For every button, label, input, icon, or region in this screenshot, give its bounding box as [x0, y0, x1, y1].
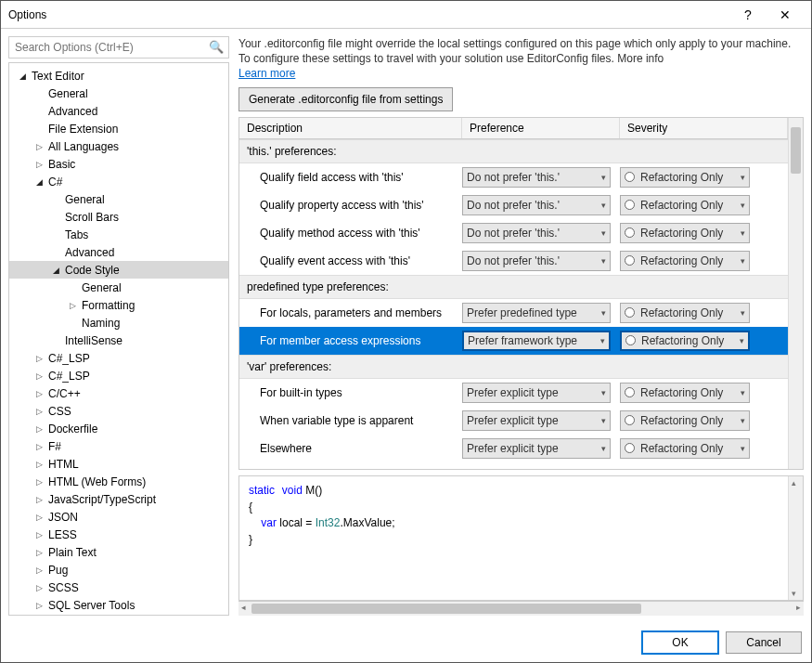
expand-closed-icon[interactable]: ▷	[33, 160, 45, 169]
tree-node[interactable]: General	[9, 190, 228, 208]
grid-vertical-scrollbar[interactable]	[788, 118, 803, 469]
severity-dropdown[interactable]: Refactoring Only▾	[620, 383, 750, 403]
setting-row[interactable]: For locals, parameters and membersPrefer…	[239, 299, 788, 327]
tree-node[interactable]: ▷SCSS	[9, 578, 228, 596]
severity-dropdown[interactable]: Refactoring Only▾	[620, 410, 750, 431]
tree-node[interactable]: ◢C#	[9, 173, 228, 190]
setting-row[interactable]: ElsewherePrefer explicit type▾Refactorin…	[239, 435, 788, 462]
tree-node[interactable]: ▷SQL Server Tools	[9, 596, 228, 614]
tree-node[interactable]: ▷C/C++	[9, 384, 228, 402]
tree-node[interactable]: ▷JavaScript/TypeScript	[9, 490, 228, 508]
severity-dropdown[interactable]: Refactoring Only▾	[620, 195, 750, 215]
tree-node[interactable]: File Extension	[9, 120, 228, 137]
setting-row[interactable]: Qualify field access with 'this'Do not p…	[239, 163, 788, 191]
tree-node[interactable]: Advanced	[9, 243, 228, 261]
tree-node[interactable]: ▷Plain Text	[9, 543, 228, 561]
scroll-right-arrow-icon[interactable]: ▸	[796, 603, 801, 612]
cancel-button[interactable]: Cancel	[726, 631, 802, 654]
severity-dropdown[interactable]: Refactoring Only▾	[620, 251, 750, 271]
col-description[interactable]: Description	[239, 118, 462, 138]
preference-dropdown[interactable]: Prefer explicit type▾	[462, 438, 611, 459]
tree-node[interactable]: ▷Pug	[9, 561, 228, 578]
tree-node[interactable]: ◢Code Style	[9, 261, 228, 279]
tree-node[interactable]: General	[9, 84, 228, 102]
expand-closed-icon[interactable]: ▷	[33, 142, 45, 151]
tree-node[interactable]: IntelliSense	[9, 332, 228, 349]
generate-editorconfig-button[interactable]: Generate .editorconfig file from setting…	[238, 87, 453, 111]
tree-node[interactable]: ▷HTML	[9, 455, 228, 473]
setting-row[interactable]: For member access expressionsPrefer fram…	[239, 327, 788, 355]
preference-dropdown[interactable]: Prefer explicit type▾	[462, 410, 611, 431]
preference-dropdown[interactable]: Prefer explicit type▾	[462, 383, 611, 403]
expand-closed-icon[interactable]: ▷	[33, 566, 45, 575]
code-horizontal-scrollbar[interactable]: ◂ ▸	[238, 601, 804, 616]
tree-node[interactable]: ▷T-SQL90	[9, 614, 228, 616]
expand-closed-icon[interactable]: ▷	[33, 371, 45, 381]
expand-closed-icon[interactable]: ▷	[33, 601, 45, 610]
expand-closed-icon[interactable]: ▷	[33, 389, 45, 398]
tree-node[interactable]: ▷C#_LSP	[9, 349, 228, 367]
tree-node[interactable]: Naming	[9, 314, 228, 332]
expand-closed-icon[interactable]: ▷	[33, 583, 45, 592]
expand-closed-icon[interactable]: ▷	[33, 477, 45, 487]
expand-closed-icon[interactable]: ▷	[33, 460, 45, 469]
ok-button[interactable]: OK	[642, 631, 718, 654]
scroll-down-arrow-icon[interactable]: ▾	[792, 589, 796, 598]
expand-closed-icon[interactable]: ▷	[33, 530, 45, 540]
setting-row[interactable]: For built-in typesPrefer explicit type▾R…	[239, 379, 788, 407]
tree-node[interactable]: Advanced	[9, 102, 228, 120]
tree-node[interactable]: ▷JSON	[9, 508, 228, 526]
setting-row[interactable]: Qualify event access with 'this'Do not p…	[239, 247, 788, 275]
col-severity[interactable]: Severity	[620, 118, 788, 138]
setting-row[interactable]: Qualify property access with 'this'Do no…	[239, 191, 788, 219]
tree-node[interactable]: ▷Formatting	[9, 296, 228, 314]
preference-dropdown[interactable]: Prefer predefined type▾	[462, 303, 611, 323]
tree-node[interactable]: ▷CSS	[9, 402, 228, 420]
col-preference[interactable]: Preference	[462, 118, 620, 138]
scrollbar-thumb[interactable]	[251, 604, 641, 614]
severity-dropdown[interactable]: Refactoring Only▾	[620, 167, 750, 188]
tree-node[interactable]: ▷F#	[9, 437, 228, 455]
expand-closed-icon[interactable]: ▷	[67, 301, 78, 310]
expand-closed-icon[interactable]: ▷	[33, 495, 45, 504]
severity-dropdown[interactable]: Refactoring Only▾	[620, 438, 750, 459]
severity-dropdown[interactable]: Refactoring Only▾	[620, 303, 750, 323]
preference-dropdown[interactable]: Do not prefer 'this.'▾	[462, 195, 611, 215]
preference-dropdown[interactable]: Prefer framework type▾	[462, 331, 611, 351]
expand-closed-icon[interactable]: ▷	[33, 424, 45, 434]
scrollbar-thumb[interactable]	[791, 127, 801, 174]
search-input[interactable]	[8, 36, 229, 58]
tree-node[interactable]: ▷HTML (Web Forms)	[9, 473, 228, 490]
expand-closed-icon[interactable]: ▷	[33, 442, 45, 451]
expand-closed-icon[interactable]: ▷	[33, 354, 45, 363]
expand-open-icon[interactable]: ◢	[17, 72, 28, 81]
expand-closed-icon[interactable]: ▷	[33, 513, 45, 522]
setting-row[interactable]: When variable type is apparentPrefer exp…	[239, 407, 788, 435]
scroll-left-arrow-icon[interactable]: ◂	[241, 603, 246, 612]
severity-dropdown[interactable]: Refactoring Only▾	[620, 223, 750, 243]
tree-node[interactable]: ▷All Languages	[9, 137, 228, 155]
tree-node[interactable]: Tabs	[9, 226, 228, 243]
help-button[interactable]: ?	[729, 2, 767, 28]
preference-dropdown[interactable]: Do not prefer 'this.'▾	[462, 251, 611, 271]
tree-node[interactable]: ▷LESS	[9, 526, 228, 543]
tree-node[interactable]: ▷Dockerfile	[9, 420, 228, 437]
expand-closed-icon[interactable]: ▷	[33, 548, 45, 557]
severity-dropdown[interactable]: Refactoring Only▾	[620, 331, 750, 351]
expand-closed-icon[interactable]: ▷	[33, 407, 45, 416]
expand-open-icon[interactable]: ◢	[33, 177, 45, 187]
tree-node[interactable]: ▷C#_LSP	[9, 367, 228, 384]
options-tree[interactable]: ◢Text EditorGeneralAdvancedFile Extensio…	[8, 62, 229, 616]
preference-dropdown[interactable]: Do not prefer 'this.'▾	[462, 167, 611, 188]
expand-open-icon[interactable]: ◢	[50, 266, 61, 275]
tree-node[interactable]: Scroll Bars	[9, 208, 228, 226]
scroll-up-arrow-icon[interactable]: ▴	[792, 478, 796, 488]
tree-node[interactable]: ◢Text Editor	[9, 67, 228, 84]
tree-node[interactable]: General	[9, 279, 228, 296]
tree-node[interactable]: ▷Basic	[9, 155, 228, 173]
learn-more-link[interactable]: Learn more	[238, 67, 295, 80]
code-vertical-scrollbar[interactable]: ▴ ▾	[788, 476, 803, 600]
close-button[interactable]: ✕	[767, 2, 804, 28]
setting-row[interactable]: Qualify method access with 'this'Do not …	[239, 219, 788, 247]
preference-dropdown[interactable]: Do not prefer 'this.'▾	[462, 223, 611, 243]
